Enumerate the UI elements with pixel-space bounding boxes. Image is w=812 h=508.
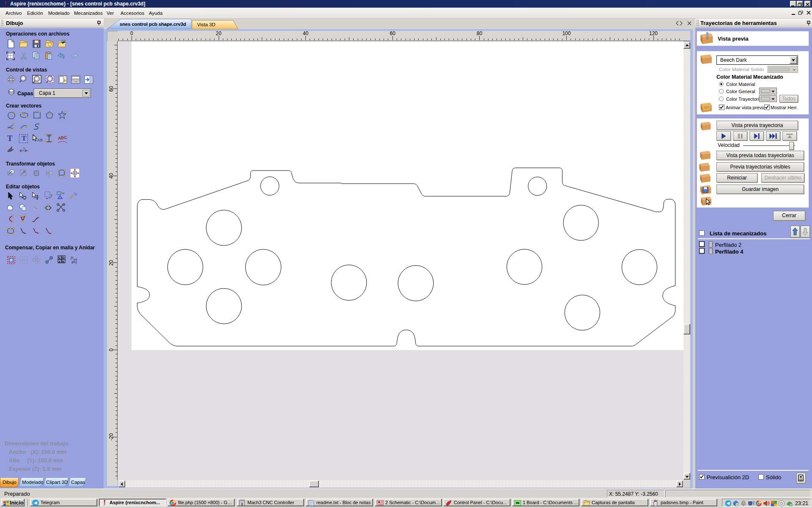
svg-text:D: D bbox=[62, 256, 64, 259]
svg-text:C: C bbox=[58, 256, 60, 259]
svg-text:?: ? bbox=[23, 146, 25, 151]
